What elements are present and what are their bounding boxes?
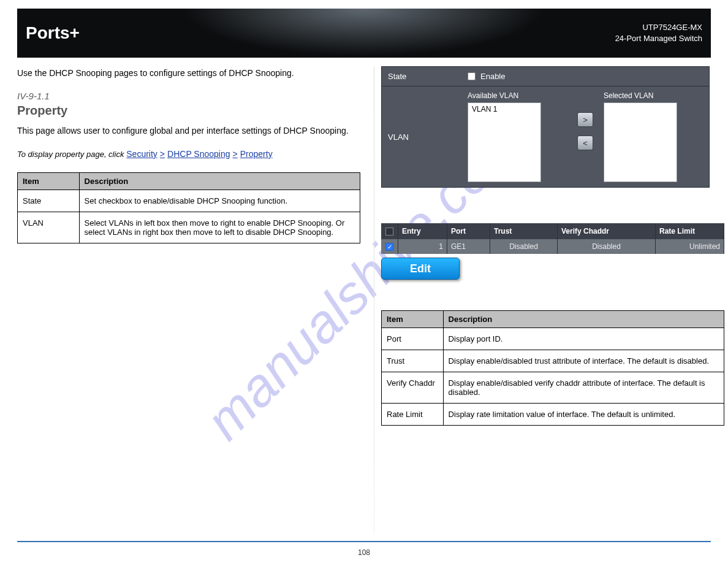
table-row: Port Display port ID.	[382, 328, 724, 350]
ps-col-rate: Rate Limit	[656, 223, 724, 239]
banner-right: UTP7524GE-MX 24-Port Managed Switch	[615, 22, 702, 44]
banner-model: 24-Port Managed Switch	[615, 33, 702, 44]
intro-paragraph: Use the DHCP Snooping pages to configure…	[17, 66, 360, 80]
right-col-item: Item	[382, 311, 444, 328]
ps-col-trust: Trust	[490, 223, 558, 239]
available-vlan-listbox[interactable]: VLAN 1	[468, 102, 541, 182]
header-banner: Ports+ UTP7524GE-MX 24-Port Managed Swit…	[17, 9, 711, 58]
left-col-desc: Description	[79, 172, 360, 190]
ps-trust: Disabled	[490, 239, 558, 254]
section-heading: Property	[17, 104, 360, 118]
table-row: Trust Display enable/disabled trust attr…	[382, 350, 724, 372]
r-row2-item: Verify Chaddr	[382, 372, 444, 404]
vlan-state-label: State	[382, 67, 461, 86]
port-setting-header: Entry Port Trust Verify Chaddr Rate Limi…	[381, 223, 724, 239]
r-row3-item: Rate Limit	[382, 404, 444, 426]
footer-rule	[17, 541, 711, 542]
left-info-table: Item Description State Set checkbox to e…	[17, 172, 360, 243]
section-subnumber: IV-9-1.1	[17, 91, 360, 101]
banner-title: Ports+	[26, 23, 80, 43]
clickpath-seg-1: DHCP Snooping	[167, 149, 230, 159]
clickpath-seg-2: Property	[240, 149, 273, 159]
right-col-desc: Description	[443, 311, 724, 328]
clickpath-link[interactable]: Security>DHCP Snooping>Property	[126, 149, 272, 159]
table-row: Verify Chaddr Display enable/disabled ve…	[382, 372, 724, 404]
chevron-left-icon: <	[583, 139, 588, 148]
check-icon: ✓	[387, 243, 392, 250]
r-row1-item: Trust	[382, 350, 444, 372]
ps-rate: Unlimited	[656, 239, 724, 254]
enable-checkbox[interactable]	[468, 72, 476, 80]
r-row0-desc: Display port ID.	[443, 328, 724, 350]
left-row0-desc: Set checkbox to enable/disable DHCP Snoo…	[79, 190, 360, 212]
left-row1-item: VLAN	[18, 212, 80, 243]
clickpath: To display property page, click Security…	[17, 149, 360, 159]
ps-port: GE1	[447, 239, 490, 254]
r-row3-desc: Display rate limitation value of interfa…	[443, 404, 724, 426]
column-divider	[374, 66, 374, 532]
selected-vlan-label: Selected VLAN	[604, 91, 703, 100]
right-info-table: Item Description Port Display port ID. T…	[381, 310, 724, 426]
port-setting-row[interactable]: ✓ 1 GE1 Disabled Disabled Unlimited	[381, 239, 724, 254]
table-row: VLAN Select VLANs in left box then move …	[18, 212, 360, 243]
clickpath-seg-0: Security	[126, 149, 157, 159]
available-vlan-item-0[interactable]: VLAN 1	[468, 103, 540, 115]
move-right-button[interactable]: >	[577, 112, 593, 127]
ps-verify: Disabled	[558, 239, 656, 254]
vlan-config-panel: State Enable VLAN Available VLAN	[381, 66, 710, 188]
move-left-button[interactable]: <	[577, 136, 593, 150]
chevron-right-icon: >	[583, 115, 588, 124]
vlan-row-label: VLAN	[382, 86, 461, 187]
r-row1-desc: Display enable/disabled trust attribute …	[443, 350, 724, 372]
ps-col-entry: Entry	[398, 223, 447, 239]
lead-paragraph: This page allows user to configure globa…	[17, 124, 360, 137]
enable-label: Enable	[480, 72, 505, 81]
select-all-checkbox[interactable]	[385, 228, 393, 236]
clickpath-label: To display property page, click	[17, 150, 124, 159]
r-row2-desc: Display enable/disabled verify chaddr at…	[443, 372, 724, 404]
selected-vlan-listbox[interactable]	[604, 102, 677, 182]
left-row1-desc: Select VLANs in left box then move to ri…	[79, 212, 360, 243]
r-row0-item: Port	[382, 328, 444, 350]
row-checkbox[interactable]: ✓	[385, 243, 393, 251]
available-vlan-label: Available VLAN	[468, 91, 567, 100]
table-row: State Set checkbox to enable/disable DHC…	[18, 190, 360, 212]
table-row: Rate Limit Display rate limitation value…	[382, 404, 724, 426]
page-number: 108	[358, 548, 370, 557]
banner-product: UTP7524GE-MX	[615, 22, 702, 33]
left-col-item: Item	[18, 172, 80, 190]
ps-col-port: Port	[447, 223, 490, 239]
enable-checkbox-wrap[interactable]: Enable	[468, 72, 703, 81]
edit-button[interactable]: Edit	[381, 258, 460, 280]
left-row0-item: State	[18, 190, 80, 212]
ps-entry: 1	[398, 239, 447, 254]
ps-col-verify: Verify Chaddr	[558, 223, 656, 239]
